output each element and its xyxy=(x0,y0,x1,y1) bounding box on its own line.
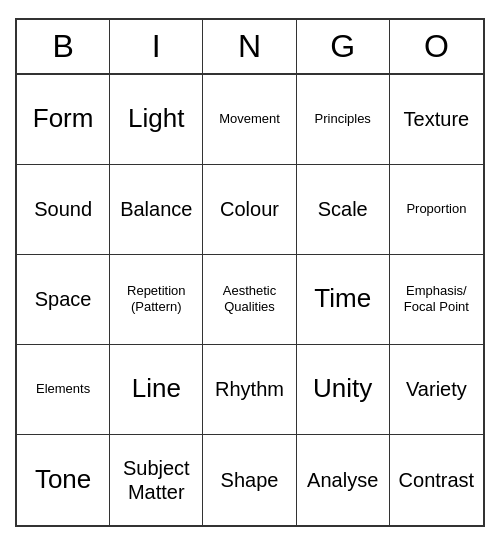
bingo-cell-16: Line xyxy=(110,345,203,435)
cell-text-15: Elements xyxy=(36,381,90,397)
bingo-cell-24: Contrast xyxy=(390,435,483,525)
bingo-cell-6: Balance xyxy=(110,165,203,255)
bingo-cell-21: Subject Matter xyxy=(110,435,203,525)
bingo-cell-13: Time xyxy=(297,255,390,345)
cell-text-20: Tone xyxy=(35,464,91,495)
cell-text-19: Variety xyxy=(406,377,467,401)
bingo-grid: FormLightMovementPrinciplesTextureSoundB… xyxy=(17,75,483,525)
bingo-cell-19: Variety xyxy=(390,345,483,435)
bingo-cell-7: Colour xyxy=(203,165,296,255)
cell-text-7: Colour xyxy=(220,197,279,221)
cell-text-0: Form xyxy=(33,103,94,134)
bingo-cell-9: Proportion xyxy=(390,165,483,255)
cell-text-17: Rhythm xyxy=(215,377,284,401)
bingo-cell-5: Sound xyxy=(17,165,110,255)
header-letter-o: O xyxy=(390,20,483,73)
cell-text-2: Movement xyxy=(219,111,280,127)
bingo-header: BINGO xyxy=(17,20,483,75)
cell-text-3: Principles xyxy=(315,111,371,127)
bingo-cell-1: Light xyxy=(110,75,203,165)
bingo-card: BINGO FormLightMovementPrinciplesTexture… xyxy=(15,18,485,527)
cell-text-13: Time xyxy=(314,283,371,314)
cell-text-14: Emphasis/ Focal Point xyxy=(396,283,477,314)
cell-text-8: Scale xyxy=(318,197,368,221)
cell-text-6: Balance xyxy=(120,197,192,221)
bingo-cell-8: Scale xyxy=(297,165,390,255)
bingo-cell-4: Texture xyxy=(390,75,483,165)
bingo-cell-20: Tone xyxy=(17,435,110,525)
bingo-cell-0: Form xyxy=(17,75,110,165)
bingo-cell-11: Repetition (Pattern) xyxy=(110,255,203,345)
cell-text-12: Aesthetic Qualities xyxy=(209,283,289,314)
header-letter-i: I xyxy=(110,20,203,73)
bingo-cell-3: Principles xyxy=(297,75,390,165)
bingo-cell-2: Movement xyxy=(203,75,296,165)
cell-text-23: Analyse xyxy=(307,468,378,492)
bingo-cell-10: Space xyxy=(17,255,110,345)
bingo-cell-18: Unity xyxy=(297,345,390,435)
cell-text-4: Texture xyxy=(404,107,470,131)
cell-text-9: Proportion xyxy=(406,201,466,217)
cell-text-24: Contrast xyxy=(399,468,475,492)
bingo-cell-23: Analyse xyxy=(297,435,390,525)
bingo-cell-17: Rhythm xyxy=(203,345,296,435)
bingo-cell-12: Aesthetic Qualities xyxy=(203,255,296,345)
bingo-cell-22: Shape xyxy=(203,435,296,525)
cell-text-18: Unity xyxy=(313,373,372,404)
cell-text-16: Line xyxy=(132,373,181,404)
cell-text-10: Space xyxy=(35,287,92,311)
cell-text-1: Light xyxy=(128,103,184,134)
header-letter-g: G xyxy=(297,20,390,73)
header-letter-b: B xyxy=(17,20,110,73)
bingo-cell-15: Elements xyxy=(17,345,110,435)
cell-text-21: Subject Matter xyxy=(116,456,196,504)
cell-text-11: Repetition (Pattern) xyxy=(116,283,196,314)
header-letter-n: N xyxy=(203,20,296,73)
cell-text-5: Sound xyxy=(34,197,92,221)
bingo-cell-14: Emphasis/ Focal Point xyxy=(390,255,483,345)
cell-text-22: Shape xyxy=(221,468,279,492)
